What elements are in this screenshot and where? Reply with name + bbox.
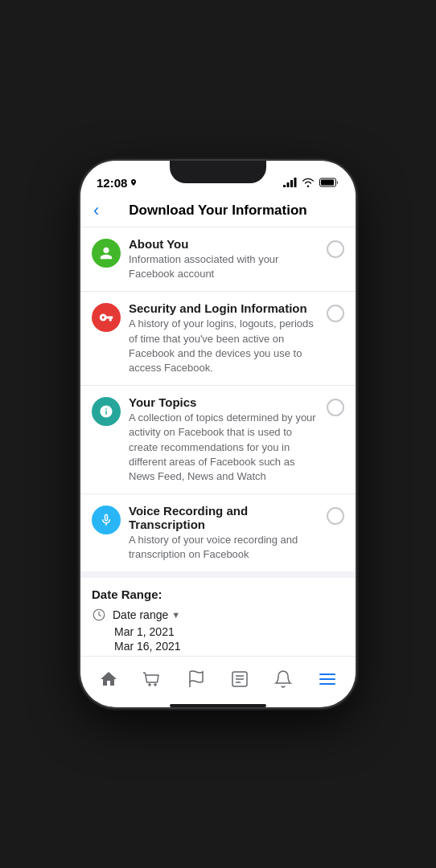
nav-item-news[interactable] [224, 666, 256, 692]
status-icons [283, 178, 339, 187]
nav-item-flag[interactable] [180, 666, 212, 692]
security-desc: A history of your logins, logouts, perio… [129, 317, 320, 375]
voice-desc: A history of your voice recording and tr… [129, 533, 320, 562]
list-item[interactable]: About You Information associated with yo… [80, 227, 356, 292]
date-range-row[interactable]: Date range ▼ [92, 608, 344, 622]
list-item[interactable]: Your Topics A collection of topics deter… [80, 386, 356, 494]
flag-icon [187, 669, 206, 689]
start-date: Mar 1, 2021 [114, 625, 344, 638]
nav-item-menu[interactable] [311, 666, 343, 692]
mic-icon [99, 513, 113, 527]
home-icon [99, 669, 118, 689]
date-range-value[interactable]: Date range ▼ [113, 608, 180, 621]
voice-text: Voice Recording and Transcription A hist… [129, 504, 320, 562]
date-range-section: Date Range: Date range ▼ Mar 1, 2021 Mar… [80, 578, 356, 656]
nav-item-bell[interactable] [267, 666, 299, 692]
store-icon [142, 669, 162, 689]
list-item[interactable]: Security and Login Information A history… [80, 292, 356, 386]
info-icon [99, 404, 113, 419]
time-display: 12:08 [97, 176, 127, 190]
notch [170, 161, 266, 183]
battery-icon [319, 178, 339, 187]
topics-radio[interactable] [327, 399, 344, 416]
topics-desc: A collection of topics determined by you… [129, 411, 320, 484]
content-area[interactable]: About You Information associated with yo… [80, 227, 356, 656]
phone-shell: 12:08 [80, 161, 356, 707]
topics-icon [92, 397, 121, 426]
date-range-text: Date range [113, 608, 168, 621]
voice-icon [92, 506, 121, 534]
topics-title: Your Topics [129, 395, 320, 409]
bell-icon [274, 669, 293, 689]
date-range-chevron: ▼ [171, 610, 180, 620]
key-icon [99, 310, 113, 325]
svg-rect-3 [294, 178, 297, 187]
svg-rect-2 [290, 180, 293, 187]
about-you-radio[interactable] [327, 240, 344, 258]
location-icon [130, 178, 138, 186]
security-radio[interactable] [327, 305, 344, 322]
list-item[interactable]: Voice Recording and Transcription A hist… [80, 494, 356, 571]
about-you-icon [92, 239, 121, 268]
security-title: Security and Login Information [129, 301, 320, 315]
voice-radio[interactable] [327, 507, 344, 525]
security-text: Security and Login Information A history… [129, 301, 320, 375]
end-date: Mar 16, 2021 [114, 640, 344, 653]
about-you-title: About You [129, 237, 320, 251]
nav-header: ‹ Download Your Information [80, 196, 356, 227]
back-button[interactable]: ‹ [93, 200, 99, 221]
nav-item-home[interactable] [93, 666, 125, 692]
page-title: Download Your Information [129, 203, 306, 219]
menu-icon [318, 669, 337, 689]
status-time: 12:08 [97, 176, 138, 190]
security-icon [92, 303, 121, 332]
news-icon [230, 669, 249, 689]
voice-title: Voice Recording and Transcription [129, 504, 320, 531]
home-bar [170, 704, 266, 707]
svg-rect-5 [321, 180, 334, 186]
clock-icon [92, 608, 106, 622]
signal-icon [283, 178, 297, 187]
screen: 12:08 [80, 161, 356, 707]
person-icon [99, 246, 113, 260]
svg-rect-1 [287, 182, 290, 187]
about-you-text: About You Information associated with yo… [129, 237, 320, 281]
about-you-desc: Information associated with your Faceboo… [129, 252, 320, 281]
topics-text: Your Topics A collection of topics deter… [129, 395, 320, 484]
section-list: About You Information associated with yo… [80, 227, 356, 571]
nav-item-store[interactable] [136, 666, 168, 692]
bottom-nav [80, 656, 356, 701]
date-range-label: Date Range: [92, 588, 344, 601]
wifi-icon [302, 178, 315, 187]
svg-rect-0 [283, 185, 286, 187]
